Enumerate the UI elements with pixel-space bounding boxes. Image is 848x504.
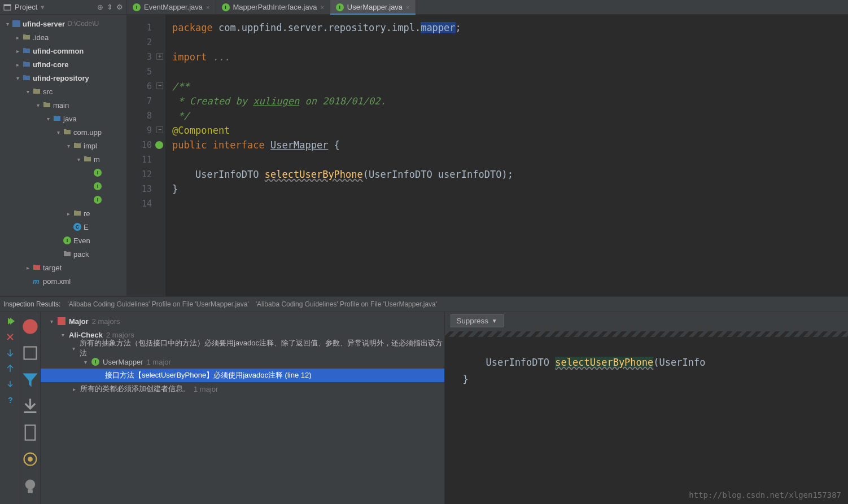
filter-icon[interactable] bbox=[20, 370, 40, 389]
package-icon bbox=[63, 128, 71, 136]
tree-item[interactable]: ufind-core bbox=[0, 58, 126, 71]
insp-major[interactable]: Major 2 majors bbox=[41, 314, 444, 328]
insp-rule[interactable]: 所有的类都必须添加创建者信息。 1 major bbox=[41, 382, 444, 396]
module-icon bbox=[23, 60, 30, 68]
rerun-icon[interactable] bbox=[6, 317, 15, 326]
interface-icon: I bbox=[222, 3, 230, 11]
file-icon bbox=[63, 250, 71, 258]
editor-tabs: IEventMapper.java×IMapperPathInterface.j… bbox=[127, 0, 848, 15]
editor-tab[interactable]: IEventMapper.java× bbox=[127, 0, 216, 14]
inspection-tree[interactable]: Major 2 majors Ali-Check 2 majors 所有的抽象方… bbox=[41, 312, 444, 504]
settings-icon[interactable] bbox=[20, 449, 40, 469]
tree-root[interactable]: ufind-server D:\Code\U bbox=[0, 17, 126, 30]
editor-tab[interactable]: IUserMapper.java× bbox=[330, 0, 416, 14]
code-content[interactable]: package com.uppfind.server.repository.im… bbox=[165, 15, 848, 296]
project-header[interactable]: Project ▾ ⊕ ⇕ ⚙ bbox=[0, 0, 126, 15]
target-icon[interactable]: ⊕ bbox=[97, 3, 103, 11]
folder-icon bbox=[43, 101, 51, 109]
close-icon[interactable] bbox=[6, 332, 15, 341]
tree-label: ufind-core bbox=[33, 60, 69, 69]
class-i-icon: I bbox=[63, 236, 71, 244]
tree-item[interactable]: src bbox=[0, 85, 126, 98]
edit-icon[interactable] bbox=[20, 423, 40, 442]
svg-point-9 bbox=[25, 480, 36, 490]
tree-item[interactable]: CE bbox=[0, 220, 126, 234]
tree-item[interactable]: pack bbox=[0, 247, 126, 261]
tree-label: pack bbox=[73, 250, 89, 258]
tree-label: Even bbox=[73, 236, 90, 245]
maven-icon: m bbox=[33, 277, 41, 285]
tool-column-right bbox=[20, 312, 41, 504]
expand-icon[interactable] bbox=[6, 348, 15, 357]
tree-label: main bbox=[53, 101, 69, 109]
project-sidebar: Project ▾ ⊕ ⇕ ⚙ ufind-server D:\Code\U .… bbox=[0, 0, 127, 296]
insp-rule[interactable]: 所有的抽象方法（包括接口中的方法）必须要用javadoc注释、除了返回值、参数、… bbox=[41, 341, 444, 355]
tree-label: m bbox=[94, 155, 100, 164]
bulb-icon[interactable] bbox=[20, 476, 40, 496]
project-icon bbox=[3, 3, 11, 11]
tree-item[interactable]: I bbox=[0, 193, 126, 207]
tree-item[interactable]: target bbox=[0, 261, 126, 274]
gear-icon[interactable]: ⚙ bbox=[116, 3, 123, 11]
tree-item[interactable]: mpom.xml bbox=[0, 274, 126, 288]
autoscroll-icon[interactable] bbox=[20, 343, 40, 363]
tree-item[interactable]: I bbox=[0, 179, 126, 193]
tree-item[interactable]: re bbox=[0, 207, 126, 220]
editor-area: IEventMapper.java×IMapperPathInterface.j… bbox=[127, 0, 848, 296]
class-i-icon: I bbox=[94, 182, 102, 190]
package-icon bbox=[73, 209, 81, 217]
inspection-profile-tab[interactable]: 'Alibaba Coding Guidelines' Profile on F… bbox=[67, 300, 248, 308]
svg-point-4 bbox=[23, 319, 37, 334]
tree-item[interactable]: I bbox=[0, 166, 126, 179]
tree-item[interactable]: m bbox=[0, 152, 126, 166]
tree-item[interactable]: IEven bbox=[0, 234, 126, 247]
suppress-button[interactable]: Suppress ▼ bbox=[451, 314, 504, 327]
package-icon bbox=[84, 155, 91, 163]
svg-text:?: ? bbox=[8, 396, 13, 405]
preview-pane: Suppress ▼ UserInfoDTO selectUserByPhone… bbox=[444, 312, 849, 504]
tree-item[interactable]: ufind-repository bbox=[0, 71, 126, 85]
inspection-panel: ? Major 2 majors Ali-Check 2 majors 所有的抽… bbox=[0, 312, 848, 504]
project-tree[interactable]: ufind-server D:\Code\U .ideaufind-common… bbox=[0, 15, 126, 296]
root-label: ufind-server bbox=[23, 20, 65, 28]
inspection-header: Inspection Results: 'Alibaba Coding Guid… bbox=[0, 296, 848, 312]
tree-item[interactable]: impl bbox=[0, 139, 126, 152]
tree-item[interactable]: .idea bbox=[0, 30, 126, 44]
tree-label: impl bbox=[84, 142, 97, 150]
tree-item[interactable]: java bbox=[0, 112, 126, 125]
export-icon[interactable] bbox=[20, 396, 40, 416]
srcfolder-icon bbox=[53, 115, 61, 122]
tree-item[interactable]: com.upp bbox=[0, 125, 126, 139]
tree-label: re bbox=[84, 209, 90, 218]
target-icon bbox=[33, 264, 41, 271]
impl-mark-icon[interactable] bbox=[155, 141, 163, 149]
tree-item[interactable]: main bbox=[0, 98, 126, 112]
tool-column-left: ? bbox=[0, 312, 20, 504]
inspection-profile-tab[interactable]: 'Alibaba Coding Guidelines' Profile on F… bbox=[256, 300, 437, 308]
editor-tab[interactable]: IMapperPathInterface.java× bbox=[216, 0, 330, 14]
tab-label: UserMapper.java bbox=[347, 3, 403, 11]
tree-label: java bbox=[63, 115, 77, 123]
folder-icon bbox=[33, 87, 41, 95]
svg-rect-1 bbox=[4, 5, 11, 6]
close-icon[interactable]: × bbox=[206, 4, 209, 11]
watermark: http://blog.csdn.net/xlgen157387 bbox=[689, 490, 841, 499]
tree-item[interactable]: ufind-common bbox=[0, 44, 126, 58]
tree-label: .idea bbox=[33, 33, 49, 42]
insp-issue[interactable]: 接口方法【selectUserByPhone】必须使用javadoc注释 (li… bbox=[41, 369, 444, 382]
help-icon[interactable]: ? bbox=[6, 396, 15, 405]
package-icon bbox=[73, 142, 81, 150]
group-icon[interactable] bbox=[20, 317, 40, 336]
collapse-icon[interactable]: ⇕ bbox=[107, 3, 113, 11]
close-icon[interactable]: × bbox=[320, 4, 324, 11]
close-icon[interactable]: × bbox=[406, 4, 409, 11]
code-editor[interactable]: 1 2 3+ 5 6− 7 8 9− 10 11 12 13 14 packag… bbox=[127, 15, 848, 296]
tree-label: ufind-common bbox=[33, 47, 84, 55]
collapse-icon[interactable] bbox=[6, 364, 15, 373]
tab-label: MapperPathInterface.java bbox=[233, 3, 317, 11]
module-icon bbox=[12, 20, 20, 27]
inspection-title: Inspection Results: bbox=[3, 300, 60, 308]
next-icon[interactable] bbox=[6, 380, 15, 389]
preview-code[interactable]: UserInfoDTO selectUserByPhone(UserInfo } bbox=[445, 329, 849, 504]
tree-label: src bbox=[43, 87, 53, 96]
